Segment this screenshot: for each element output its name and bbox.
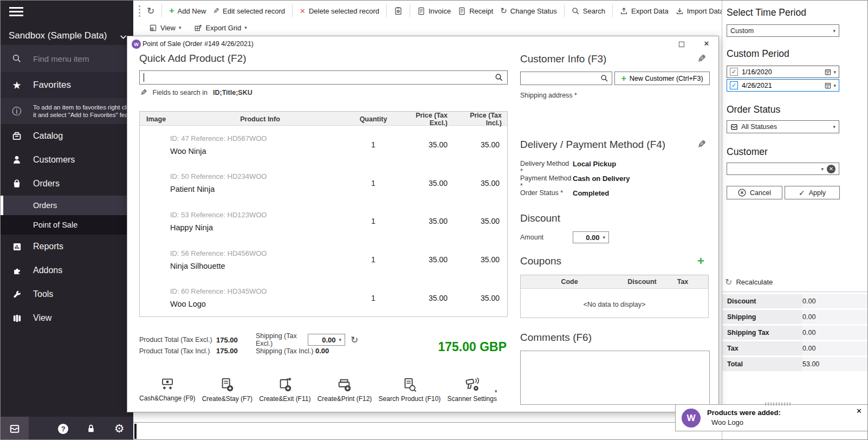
discount-amount-input[interactable]: 0.00 ▾ <box>573 231 609 243</box>
cash-change-button[interactable]: Cash&Change (F9) <box>139 378 195 403</box>
settings-gear-icon[interactable]: ⚙ <box>105 417 133 440</box>
add-coupon-icon[interactable]: + <box>697 254 704 268</box>
search-button[interactable]: Search <box>570 7 607 15</box>
view-menu-button[interactable]: View▾ <box>147 24 183 32</box>
sidebar-item-view[interactable]: View <box>1 306 133 330</box>
scanner-settings-button[interactable]: Scanner Settings <box>448 378 497 403</box>
close-button[interactable]: ✕ <box>701 40 712 48</box>
caret-down-icon[interactable]: ▾ <box>339 337 341 342</box>
search-icon <box>572 7 580 15</box>
product-row[interactable]: ID: 56 Reference: HD456WOONinja Silhouet… <box>140 241 507 279</box>
lock-icon[interactable] <box>77 417 106 440</box>
chevron-down-icon[interactable] <box>119 33 127 41</box>
hamburger-menu-icon[interactable] <box>9 7 23 17</box>
cash-drawer-icon[interactable] <box>1 417 29 440</box>
date-from-field[interactable]: ✓ 1/16/2020 ▾ <box>727 66 839 78</box>
sidebar-item-tools[interactable]: Tools <box>1 282 133 306</box>
quick-add-heading: Quick Add Product (F2) <box>139 53 246 64</box>
product-row[interactable]: ID: 53 Reference: HD123WOOHappy Ninja 1 … <box>140 202 507 241</box>
import-data-button[interactable]: Import Data <box>674 7 726 15</box>
edit-delivery-icon[interactable]: ✎ <box>697 138 706 150</box>
quick-add-input[interactable] <box>144 73 495 82</box>
view-icon <box>149 24 157 32</box>
toast-drag-handle[interactable] <box>765 403 791 404</box>
summary-row-shipping: Shipping 0.00 <box>722 309 868 325</box>
menu-search[interactable] <box>1 45 133 72</box>
product-row[interactable]: ID: 60 Reference: HD345WOOWoo Logo 1 35.… <box>140 279 507 317</box>
toast-detail: Woo Logo <box>711 418 743 426</box>
export-grid-button[interactable]: Export Grid▾ <box>192 24 248 32</box>
view-icon <box>1 314 33 323</box>
caret-down-icon[interactable]: ▾ <box>603 235 605 240</box>
sidebar-item-addons[interactable]: Addons <box>1 258 133 282</box>
recalculate-button[interactable]: ↻ Recalculate <box>725 277 773 287</box>
statuses-icon <box>730 123 738 131</box>
date-from-checkbox[interactable]: ✓ <box>730 68 738 76</box>
receipt-button[interactable]: Receipt <box>456 7 495 15</box>
search-product-button[interactable]: Search Product (F10) <box>379 378 441 403</box>
new-customer-button[interactable]: + New Customer (Ctrl+F3) <box>614 72 710 85</box>
create-print-button[interactable]: Create&Print (F12) <box>318 378 372 403</box>
product-row[interactable]: ID: 50 Reference: HD234WOOPatient Ninja … <box>140 164 507 203</box>
scanner-settings-icon <box>463 378 481 393</box>
export-data-button[interactable]: Export Data <box>618 7 670 15</box>
delete-record-button[interactable]: ✕Delete selected record <box>298 7 381 15</box>
caret-down-icon: ▾ <box>244 25 247 30</box>
toast-drag-handle[interactable] <box>765 404 791 405</box>
caret-down-icon: ▾ <box>833 28 835 34</box>
cancel-button[interactable]: Cancel <box>727 186 782 199</box>
date-to-field[interactable]: ✓ 4/26/2021 ▾ <box>727 79 839 92</box>
refresh-shipping-icon[interactable]: ↻ <box>351 334 358 345</box>
product-row[interactable]: ID: 47 Reference: HD567WOOWoo Ninja 1 35… <box>140 126 507 164</box>
sidebar-item-favorites[interactable]: ★ Favorites <box>1 72 133 98</box>
sidebar-item-catalog[interactable]: Catalog <box>1 124 133 148</box>
create-exit-button[interactable]: Create&Exit (F11) <box>259 378 310 403</box>
calendar-icon[interactable] <box>824 68 832 76</box>
maximize-button[interactable]: □ <box>676 40 688 48</box>
refresh-button[interactable]: ↻ <box>145 5 156 16</box>
quick-add-search[interactable] <box>139 70 508 85</box>
actions-overflow-caret[interactable]: ▾ <box>495 389 497 394</box>
cancel-circle-x-icon <box>738 189 746 197</box>
create-stay-button[interactable]: Create&Stay (F7) <box>202 378 252 403</box>
edit-record-button[interactable]: ✎Edit selected record <box>211 7 287 15</box>
caret-down-icon[interactable]: ▾ <box>833 69 836 75</box>
menu-search-input[interactable] <box>33 54 120 63</box>
customer-search-input[interactable] <box>524 74 600 82</box>
invoice-button[interactable]: Invoice <box>416 7 452 15</box>
search-icon[interactable] <box>495 73 503 82</box>
customer-filter-select[interactable]: ▾ ✕ <box>727 163 839 175</box>
add-new-button[interactable]: +Add New <box>167 6 208 16</box>
app-window: Sandbox (Sample Data) ★ Favorites ⓘ To a… <box>0 0 868 440</box>
clear-customer-icon[interactable]: ✕ <box>827 165 835 173</box>
export-icon <box>620 7 628 15</box>
caret-down-icon[interactable]: ▾ <box>833 83 836 88</box>
edit-customer-icon[interactable]: ✎ <box>697 53 706 64</box>
sidebar-item-orders[interactable]: Orders <box>1 172 133 196</box>
customer-search[interactable] <box>520 72 612 85</box>
sidebar-item-reports[interactable]: Reports <box>1 235 133 258</box>
sidebar-item-customers[interactable]: Customers <box>1 148 133 172</box>
toolbar-drag-handle[interactable] <box>139 5 140 17</box>
preview-button[interactable] <box>392 7 404 15</box>
sidebar-item-point-of-sale[interactable]: Point of Sale <box>1 215 133 235</box>
pencil-icon[interactable]: ✎ <box>140 88 147 98</box>
toast-close-icon[interactable]: ✕ <box>856 407 862 415</box>
shipping-excl-input[interactable]: 0.00 ▾ <box>308 334 345 346</box>
background-grid-edge <box>133 422 722 423</box>
apply-button[interactable]: ✓ Apply <box>785 186 840 199</box>
search-fields-hint: ✎ Fields to search in ID;Title;SKU <box>140 88 252 98</box>
store-selector[interactable]: Sandbox (Sample Data) <box>9 30 107 41</box>
search-icon[interactable] <box>600 74 608 82</box>
order-status-select[interactable]: All Statuses ▾ <box>727 120 839 133</box>
help-icon[interactable]: ? <box>49 417 77 440</box>
change-status-button[interactable]: ↻Change Status <box>498 6 559 16</box>
caret-down-icon: ▾ <box>833 124 835 130</box>
date-to-checkbox[interactable]: ✓ <box>730 81 738 89</box>
dialog-title: Point of Sale (Order #149 4/26/2021) <box>142 40 254 48</box>
selection-bar <box>1 196 3 215</box>
calendar-icon[interactable] <box>824 82 832 89</box>
time-period-select[interactable]: Custom ▾ <box>727 24 839 37</box>
comments-textarea[interactable] <box>520 351 710 405</box>
sidebar-item-orders-sub[interactable]: Orders <box>1 196 133 215</box>
